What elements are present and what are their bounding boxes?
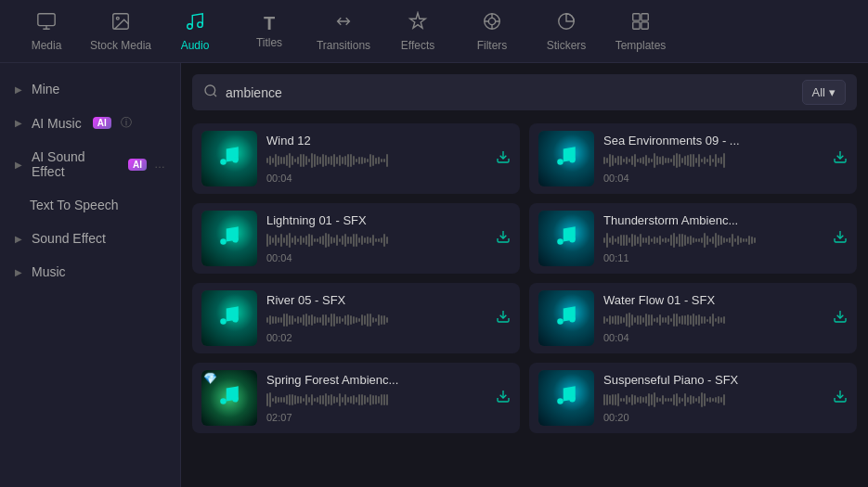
- sidebar-item-mine[interactable]: ▶ Mine: [0, 72, 180, 106]
- audio-card-water-flow-01-sfx[interactable]: Water Flow 01 - SFX 00:04: [529, 283, 857, 353]
- music-note-icon: [554, 144, 578, 173]
- download-button-river-05-sfx[interactable]: [496, 309, 511, 327]
- download-button-water-flow-01-sfx[interactable]: [833, 309, 848, 327]
- gem-badge: 💎: [203, 372, 217, 385]
- mine-chevron: ▶: [15, 84, 22, 95]
- card-info-thunderstorm-ambienc: Thunderstorm Ambienc... 00:11: [603, 213, 823, 263]
- audio-card-sea-environments-09[interactable]: Sea Environments 09 - ... 00:04: [529, 123, 857, 194]
- download-button-spring-forest-ambienc[interactable]: [496, 389, 511, 407]
- card-info-lightning-01-sfx: Lightning 01 - SFX 00:04: [266, 213, 486, 263]
- filters-label: Filters: [477, 39, 508, 52]
- svg-point-23: [569, 237, 576, 243]
- nav-item-media[interactable]: Media: [9, 0, 84, 63]
- card-duration-sea-environments-09: 00:04: [603, 173, 823, 184]
- sidebar-item-music[interactable]: ▶ Music: [0, 255, 180, 288]
- search-input[interactable]: [226, 85, 795, 100]
- audio-card-wind-12[interactable]: Wind 12 00:04: [192, 123, 520, 194]
- card-thumbnail-lightning-01-sfx: [201, 211, 257, 266]
- audio-card-lightning-01-sfx[interactable]: Lightning 01 - SFX 00:04: [192, 203, 520, 274]
- sound-effect-label: Sound Effect: [32, 231, 106, 246]
- sidebar-item-text-to-speech[interactable]: Text To Speech: [0, 188, 180, 222]
- music-chevron: ▶: [15, 267, 22, 277]
- svg-point-32: [232, 396, 239, 403]
- nav-item-effects[interactable]: Effects: [381, 0, 455, 63]
- card-info-wind-12: Wind 12 00:04: [266, 134, 486, 184]
- filters-icon: [482, 11, 502, 35]
- svg-point-29: [569, 316, 576, 323]
- nav-item-transitions[interactable]: Transitions: [306, 0, 381, 63]
- card-thumbnail-sea-environments-09: [538, 131, 594, 186]
- sidebar: ▶ Mine ▶ AI Music AI ⓘ ▶ AI Sound Effect…: [0, 63, 181, 487]
- svg-rect-0: [38, 13, 55, 25]
- filter-chevron-icon: ▾: [829, 85, 836, 99]
- filter-dropdown[interactable]: All ▾: [802, 80, 846, 105]
- media-label: Media: [32, 39, 62, 52]
- audio-card-suspenseful-piano-sfx[interactable]: Suspenseful Piano - SFX 00:20: [529, 363, 857, 433]
- transitions-label: Transitions: [317, 39, 370, 52]
- card-thumbnail-thunderstorm-ambienc: [538, 211, 594, 266]
- download-button-thunderstorm-ambienc[interactable]: [833, 229, 848, 248]
- download-button-suspenseful-piano-sfx[interactable]: [833, 389, 848, 407]
- svg-rect-9: [641, 13, 648, 19]
- nav-item-stock-media[interactable]: Stock Media: [84, 0, 158, 63]
- svg-point-20: [232, 237, 239, 243]
- card-title-wind-12: Wind 12: [266, 134, 486, 147]
- download-button-sea-environments-09[interactable]: [833, 149, 848, 168]
- audio-card-spring-forest-ambienc[interactable]: 💎 Spring Forest Ambienc... 02:07: [192, 363, 520, 433]
- nav-item-audio[interactable]: Audio: [158, 0, 232, 63]
- ai-sound-effect-dots: …: [154, 158, 165, 171]
- card-info-sea-environments-09: Sea Environments 09 - ... 00:04: [603, 134, 823, 184]
- ai-sound-effect-chevron: ▶: [15, 160, 22, 170]
- top-navigation: Media Stock Media Audio T Titles Transit…: [0, 0, 868, 63]
- stock-media-icon: [110, 11, 131, 35]
- svg-rect-8: [633, 13, 640, 19]
- card-waveform-lightning-01-sfx: [266, 232, 486, 249]
- sidebar-item-ai-music[interactable]: ▶ AI Music AI ⓘ: [0, 106, 180, 140]
- audio-label: Audio: [181, 39, 210, 52]
- svg-point-12: [205, 85, 215, 96]
- card-duration-river-05-sfx: 00:02: [266, 332, 486, 343]
- svg-rect-10: [633, 21, 640, 28]
- svg-point-16: [557, 159, 564, 165]
- card-info-river-05-sfx: River 05 - SFX 00:02: [266, 293, 486, 343]
- text-to-speech-label: Text To Speech: [30, 198, 118, 212]
- ai-music-badge: AI: [93, 117, 111, 129]
- svg-point-35: [569, 396, 576, 403]
- titles-icon: T: [264, 14, 275, 32]
- svg-point-28: [557, 318, 564, 325]
- card-duration-wind-12: 00:04: [266, 173, 486, 184]
- svg-point-25: [220, 318, 227, 325]
- card-title-lightning-01-sfx: Lightning 01 - SFX: [266, 213, 486, 227]
- card-duration-lightning-01-sfx: 00:04: [266, 252, 486, 263]
- download-button-lightning-01-sfx[interactable]: [496, 229, 511, 248]
- sound-effect-chevron: ▶: [15, 234, 22, 244]
- card-thumbnail-wind-12: [201, 131, 257, 186]
- nav-item-titles[interactable]: T Titles: [232, 0, 306, 63]
- audio-card-thunderstorm-ambienc[interactable]: Thunderstorm Ambienc... 00:11: [529, 203, 857, 274]
- card-title-sea-environments-09: Sea Environments 09 - ...: [603, 134, 823, 147]
- nav-item-templates[interactable]: Templates: [603, 0, 678, 63]
- svg-rect-11: [641, 21, 648, 28]
- nav-item-stickers[interactable]: Stickers: [529, 0, 603, 63]
- stickers-label: Stickers: [547, 39, 587, 52]
- svg-point-26: [232, 316, 239, 323]
- card-title-spring-forest-ambienc: Spring Forest Ambienc...: [266, 373, 486, 387]
- card-thumbnail-suspenseful-piano-sfx: [538, 370, 594, 426]
- card-duration-water-flow-01-sfx: 00:04: [603, 332, 823, 343]
- music-label: Music: [32, 264, 66, 279]
- ai-sound-effect-badge: AI: [128, 159, 147, 171]
- card-duration-spring-forest-ambienc: 02:07: [266, 412, 486, 423]
- mine-label: Mine: [32, 82, 59, 96]
- download-button-wind-12[interactable]: [496, 149, 511, 168]
- svg-point-13: [220, 159, 227, 165]
- sidebar-item-sound-effect[interactable]: ▶ Sound Effect: [0, 222, 180, 255]
- card-info-water-flow-01-sfx: Water Flow 01 - SFX 00:04: [603, 293, 823, 343]
- templates-label: Templates: [615, 39, 667, 52]
- nav-item-filters[interactable]: Filters: [455, 0, 529, 63]
- card-duration-thunderstorm-ambienc: 00:11: [603, 252, 823, 263]
- audio-card-river-05-sfx[interactable]: River 05 - SFX 00:02: [192, 283, 520, 353]
- sidebar-item-ai-sound-effect[interactable]: ▶ AI Sound Effect AI …: [0, 140, 180, 188]
- filter-label: All: [812, 85, 825, 99]
- card-waveform-spring-forest-ambienc: [266, 391, 486, 408]
- ai-sound-effect-label: AI Sound Effect: [32, 149, 117, 179]
